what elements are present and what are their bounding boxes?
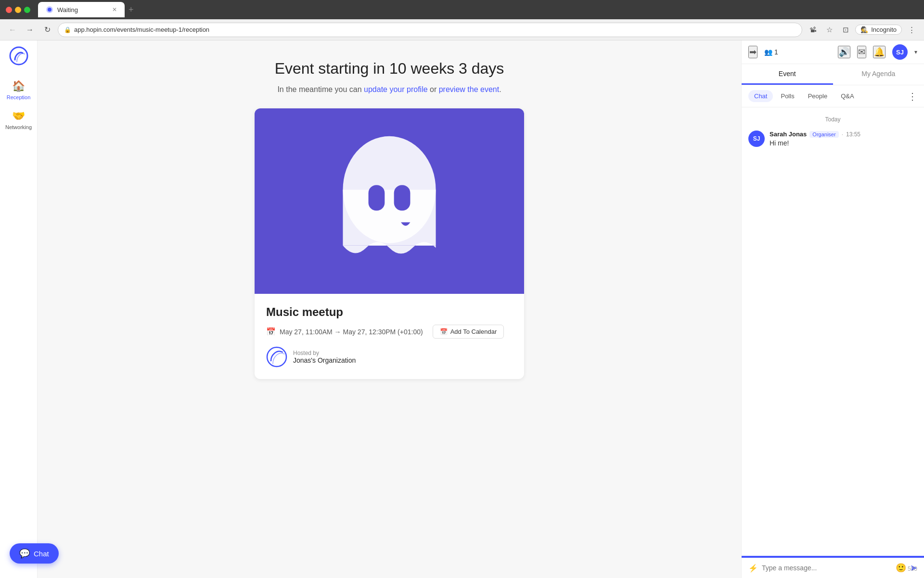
toolbar-actions: 📽 ☆ ⊡ 🕵 Incognito ⋮ [806, 23, 918, 37]
tab-favicon [46, 6, 53, 13]
forward-button[interactable]: → [23, 23, 37, 37]
networking-icon: 🤝 [12, 110, 25, 122]
browser-toolbar: ← → ↻ 🔒 app.hopin.com/events/music-meetu… [0, 19, 924, 40]
browser-titlebar: Waiting ✕ + [0, 0, 924, 19]
tab-my-agenda[interactable]: My Agenda [833, 64, 924, 85]
panel-top-row: ➡ 👥 1 🔊 ✉ 🔔 SJ ▾ [742, 40, 924, 64]
reload-button[interactable]: ↻ [40, 23, 54, 37]
message-time: 13:55 [846, 131, 860, 138]
calendar-icon: 📅 [266, 327, 276, 336]
hosted-by-label: Hosted by [293, 350, 356, 356]
lightning-icon: ⚡ [748, 564, 758, 573]
host-logo [266, 346, 287, 368]
emoji-button[interactable]: 🙂 [896, 563, 906, 573]
message-avatar: SJ [748, 131, 765, 147]
calendar-add-icon: 📅 [440, 328, 448, 335]
chat-area: Today SJ Sarah Jonas Organiser · 13:55 H… [742, 107, 924, 556]
chat-bubble-icon: 💬 [19, 548, 30, 559]
chat-bubble-label: Chat [34, 550, 49, 558]
add-to-calendar-button[interactable]: 📅 Add To Calendar [433, 325, 504, 339]
mute-icon[interactable]: 🔊 [838, 46, 850, 58]
preview-event-link[interactable]: preview the event [439, 85, 499, 93]
polls-tab-button[interactable]: Polls [775, 90, 800, 102]
event-name: Music meetup [266, 305, 513, 319]
message-content: Sarah Jonas Organiser · 13:55 Hi me! [770, 131, 917, 147]
chat-bubble[interactable]: 💬 Chat [10, 543, 59, 564]
sidebar-item-networking[interactable]: 🤝 Networking [0, 105, 37, 135]
subtitle-mid: or [428, 85, 439, 93]
tab-event[interactable]: Event [742, 64, 833, 85]
panel-left-actions: ➡ 👥 1 [748, 46, 778, 58]
mail-icon[interactable]: ✉ [857, 46, 866, 58]
svg-point-1 [48, 8, 51, 12]
user-avatar[interactable]: SJ [892, 44, 908, 60]
event-date-row: 📅 May 27, 11:00AM → May 27, 12:30PM (+01… [266, 325, 513, 339]
more-options-button[interactable]: ⋮ [908, 91, 917, 102]
message-header: Sarah Jonas Organiser · 13:55 [770, 131, 917, 138]
subtitle-prefix: In the meantime you can [277, 85, 364, 93]
new-tab-button[interactable]: + [125, 5, 138, 15]
attendee-count: 👥 1 [764, 48, 778, 56]
app-container: 🏠 Reception 🤝 Networking Event starting … [0, 40, 924, 578]
minimize-button[interactable] [15, 7, 21, 13]
close-button[interactable] [6, 7, 12, 13]
sidebar-reception-label: Reception [7, 94, 31, 100]
organiser-badge: Organiser [809, 131, 838, 138]
browser-tab[interactable]: Waiting ✕ [38, 2, 125, 17]
bell-icon[interactable]: 🔔 [873, 46, 886, 58]
message-text: Hi me! [770, 139, 917, 147]
home-icon: 🏠 [12, 80, 25, 92]
people-icon: 👥 [764, 48, 772, 56]
bookmark-icon[interactable]: ☆ [822, 23, 836, 37]
event-countdown: Event starting in 10 weeks 3 days [275, 60, 504, 78]
event-date-text: May 27, 11:00AM → May 27, 12:30PM (+01:0… [280, 328, 423, 336]
traffic-lights [6, 7, 30, 13]
panel-tabs: Event My Agenda [742, 64, 924, 85]
maximize-button[interactable] [24, 7, 30, 13]
host-section: Hosted by Jonas's Organization [266, 346, 513, 368]
cast-icon[interactable]: 📽 [806, 23, 820, 37]
incognito-badge[interactable]: 🕵 Incognito [855, 25, 902, 35]
browser-frame: Waiting ✕ + ← → ↻ 🔒 app.hopin.com/events… [0, 0, 924, 40]
chevron-down-icon[interactable]: ▾ [914, 49, 917, 55]
event-subtitle: In the meantime you can update your prof… [277, 85, 501, 94]
tab-title: Waiting [57, 6, 78, 13]
back-button[interactable]: ← [6, 23, 19, 37]
sidebar-item-reception[interactable]: 🏠 Reception [0, 75, 37, 105]
event-card: Music meetup 📅 May 27, 11:00AM → May 27,… [255, 108, 524, 379]
panel-right-actions: 🔊 ✉ 🔔 SJ ▾ [838, 44, 917, 60]
event-image [255, 108, 524, 294]
host-text: Hosted by Jonas's Organization [293, 350, 356, 364]
my-agenda-tab-label: My Agenda [861, 70, 895, 78]
profile-icon[interactable]: ⊡ [839, 23, 852, 37]
add-to-calendar-label: Add To Calendar [450, 328, 497, 335]
hopin-logo [9, 46, 28, 66]
lock-icon: 🔒 [64, 26, 71, 33]
svg-point-7 [267, 347, 286, 367]
event-info: Music meetup 📅 May 27, 11:00AM → May 27,… [255, 294, 524, 379]
update-profile-link[interactable]: update your profile [364, 85, 428, 93]
chat-input-container: ⚡ 🙂 ➤ 500 [742, 556, 924, 578]
subtitle-suffix: . [499, 85, 501, 93]
chat-tab-button[interactable]: Chat [748, 90, 773, 102]
exit-icon[interactable]: ➡ [748, 46, 757, 58]
address-bar[interactable]: 🔒 app.hopin.com/events/music-meetup-1/re… [58, 23, 802, 37]
chat-input-area: ⚡ 🙂 ➤ [742, 557, 924, 578]
svg-rect-5 [369, 185, 385, 210]
host-name: Jonas's Organization [293, 356, 356, 364]
incognito-label: Incognito [871, 26, 897, 33]
event-tab-label: Event [779, 70, 796, 78]
chat-message: SJ Sarah Jonas Organiser · 13:55 Hi me! [742, 127, 924, 151]
qa-tab-button[interactable]: Q&A [835, 90, 860, 102]
right-panel: ➡ 👥 1 🔊 ✉ 🔔 SJ ▾ Event My Agenda [741, 40, 924, 578]
people-tab-button[interactable]: People [802, 90, 833, 102]
menu-button[interactable]: ⋮ [905, 23, 918, 37]
chat-input[interactable] [762, 564, 892, 572]
message-separator: · [842, 131, 843, 138]
incognito-icon: 🕵 [860, 26, 868, 33]
chat-tabs: Chat Polls People Q&A ⋮ [742, 85, 924, 107]
tab-close-button[interactable]: ✕ [112, 6, 117, 13]
chat-date-divider: Today [742, 112, 924, 127]
event-mascot-image [327, 134, 452, 269]
sidebar-networking-label: Networking [5, 124, 32, 130]
